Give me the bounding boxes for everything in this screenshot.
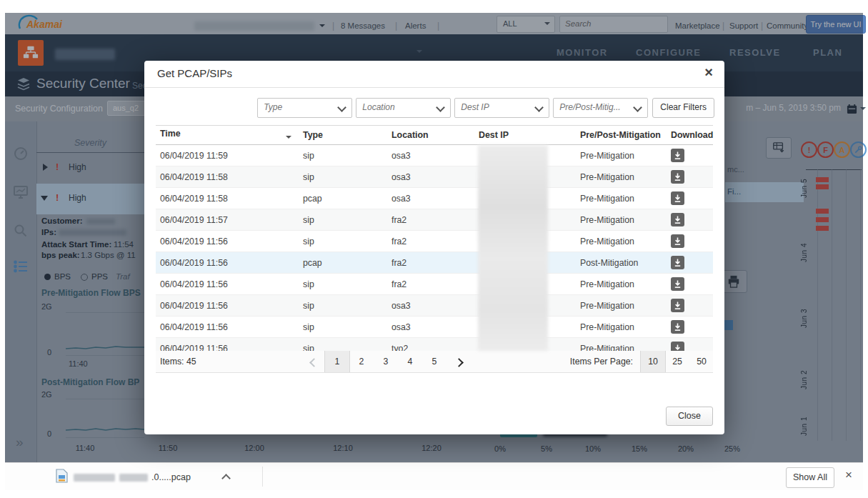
- table-row[interactable]: 06/04/2019 11:56siposa3Pre-Mitigation: [156, 295, 713, 317]
- download-to-tray-icon: [673, 258, 682, 267]
- close-button[interactable]: Close: [666, 407, 713, 426]
- page-button-2[interactable]: 2: [349, 351, 374, 372]
- download-to-tray-icon: [673, 151, 682, 160]
- clear-filters-button[interactable]: Clear Filters: [652, 98, 714, 118]
- table-row[interactable]: 06/04/2019 11:58pcaposa3Pre-Mitigation: [156, 188, 713, 209]
- type-filter-select[interactable]: [257, 98, 352, 118]
- table-row[interactable]: 06/04/2019 11:58siposa3Pre-Mitigation: [156, 166, 713, 188]
- download-to-tray-icon: [673, 194, 682, 203]
- chevron-down-icon: [337, 103, 346, 112]
- col-mitigation[interactable]: Pre/Post-Mitigation: [576, 126, 667, 145]
- divider: [262, 467, 263, 487]
- page-size-25[interactable]: 25: [665, 351, 689, 372]
- download-to-tray-icon: [673, 322, 682, 332]
- download-to-tray-icon: [673, 215, 682, 224]
- download-filename[interactable]: .0.....pcap: [151, 472, 191, 482]
- download-button[interactable]: [671, 299, 684, 312]
- pcap-sip-table: Time Type Location Dest IP Pre/Post-Miti…: [156, 125, 713, 359]
- next-page-button[interactable]: [447, 351, 471, 372]
- dialog-close-icon[interactable]: ×: [704, 64, 713, 81]
- page-size-50[interactable]: 50: [689, 351, 714, 372]
- download-button[interactable]: [671, 256, 684, 269]
- dialog-header: Get PCAP/SIPs ×: [144, 61, 724, 88]
- pagination-bar: Items: 45 1 2 3 4 5 Items Per Page: 10 2…: [156, 351, 713, 373]
- chevron-up-icon[interactable]: [221, 474, 231, 483]
- dialog-title: Get PCAP/SIPs: [157, 67, 232, 79]
- sort-desc-icon: [286, 136, 291, 141]
- downloads-bar-close-icon[interactable]: ×: [845, 468, 852, 482]
- table-header-row: Time Type Location Dest IP Pre/Post-Miti…: [156, 126, 713, 145]
- table-row[interactable]: 06/04/2019 11:57sipfra2Pre-Mitigation: [156, 209, 713, 231]
- page-button-3[interactable]: 3: [374, 351, 398, 372]
- download-button[interactable]: [671, 277, 684, 291]
- location-filter-input[interactable]: [356, 99, 434, 116]
- col-time[interactable]: Time: [156, 126, 299, 145]
- get-pcap-sips-dialog: Get PCAP/SIPs × Clear Filters: [144, 61, 724, 434]
- downloads-bar: .0.....pcap Show All ×: [5, 462, 863, 490]
- show-all-downloads-button[interactable]: Show All: [786, 467, 834, 488]
- mitigation-filter-select[interactable]: [553, 98, 648, 118]
- download-to-tray-icon: [673, 172, 682, 181]
- page-button-5[interactable]: 5: [422, 351, 447, 372]
- table-row[interactable]: 06/04/2019 11:56sipfra2Pre-Mitigation: [156, 274, 713, 295]
- chevron-right-icon: [454, 358, 464, 367]
- screenshot-root: Akamai | 8 Messages | Alerts | ALL Marke…: [0, 0, 868, 498]
- filter-row: Clear Filters: [254, 98, 714, 118]
- chevron-down-icon: [534, 103, 544, 112]
- download-button[interactable]: [671, 191, 684, 205]
- page-button-1[interactable]: 1: [324, 351, 350, 372]
- filename-redacted: [119, 474, 148, 482]
- prev-page-button[interactable]: [300, 351, 324, 372]
- location-filter-select[interactable]: [356, 98, 451, 118]
- col-dest-ip[interactable]: Dest IP: [474, 126, 576, 145]
- download-button[interactable]: [671, 234, 684, 248]
- items-per-page-label: Items Per Page:: [540, 357, 633, 367]
- table-row-highlighted[interactable]: 06/04/2019 11:56pcapfra2Post-Mitigation: [156, 252, 713, 274]
- download-button[interactable]: [671, 213, 684, 226]
- page-size-10[interactable]: 10: [640, 351, 666, 372]
- download-button[interactable]: [671, 320, 684, 334]
- chevron-down-icon: [436, 103, 445, 112]
- dest-ip-filter-select[interactable]: [454, 98, 549, 118]
- table-row[interactable]: 06/04/2019 11:56sipfra2Pre-Mitigation: [156, 231, 713, 252]
- col-location[interactable]: Location: [387, 126, 474, 145]
- filename-redacted: [74, 474, 115, 482]
- download-to-tray-icon: [673, 279, 682, 289]
- items-count: Items: 45: [160, 357, 196, 367]
- col-type[interactable]: Type: [299, 126, 387, 145]
- dest-ip-column-redacted: [478, 145, 548, 351]
- pcap-file-icon: [56, 469, 68, 486]
- chevron-left-icon: [309, 358, 319, 367]
- download-button[interactable]: [671, 170, 684, 184]
- table-row[interactable]: 06/04/2019 11:56siposa3Pre-Mitigation: [156, 317, 713, 338]
- download-to-tray-icon: [673, 236, 682, 246]
- page-button-4[interactable]: 4: [398, 351, 422, 372]
- dest-ip-filter-input[interactable]: [455, 99, 532, 116]
- download-to-tray-icon: [673, 301, 682, 310]
- chevron-down-icon: [633, 103, 642, 112]
- table-row[interactable]: 06/04/2019 11:59siposa3Pre-Mitigation: [156, 145, 713, 166]
- type-filter-input[interactable]: [258, 99, 335, 116]
- download-button[interactable]: [671, 149, 684, 162]
- mitigation-filter-input[interactable]: [554, 99, 631, 116]
- col-download[interactable]: Download: [667, 126, 713, 145]
